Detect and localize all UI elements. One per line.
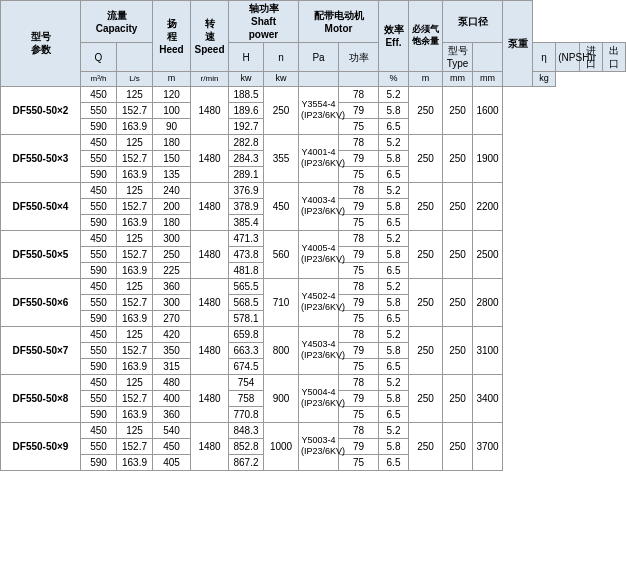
q2-cell: 152.7 [117, 342, 153, 358]
header-row-3: m³/h L/s m r/min kw kw % m mm mm kg [1, 72, 626, 87]
q2-cell: 125 [117, 230, 153, 246]
npsh-cell: 5.2 [379, 422, 409, 438]
npsh-cell: 6.5 [379, 214, 409, 230]
npsh-cell: 5.8 [379, 438, 409, 454]
q1-cell: 550 [81, 150, 117, 166]
q1-cell: 590 [81, 166, 117, 182]
power-unit: kw [264, 72, 299, 87]
q2-cell: 152.7 [117, 390, 153, 406]
h-cell: 200 [153, 198, 191, 214]
npsh-cell: 5.8 [379, 102, 409, 118]
q2-cell: 163.9 [117, 262, 153, 278]
n-cell: 1480 [191, 422, 229, 470]
pa-cell: 481.8 [229, 262, 264, 278]
kw-cell: 560 [264, 230, 299, 278]
npsh-cell: 6.5 [379, 310, 409, 326]
npsh-cell: 6.5 [379, 166, 409, 182]
q2-cell: 125 [117, 278, 153, 294]
q2-cell: 152.7 [117, 438, 153, 454]
h-cell: 100 [153, 102, 191, 118]
q2-cell: 125 [117, 134, 153, 150]
pa-cell: 473.8 [229, 246, 264, 262]
npsh-cell: 5.8 [379, 150, 409, 166]
npsh-cell: 6.5 [379, 358, 409, 374]
npsh-cell: 6.5 [379, 406, 409, 422]
motor-cell: Y4005-4 (IP23/6KV) [299, 230, 339, 278]
h-cell: 540 [153, 422, 191, 438]
model-cell: DF550-50×8 [1, 374, 81, 422]
model-cell: DF550-50×9 [1, 422, 81, 470]
power-header: 功率 [339, 43, 379, 72]
q1-cell: 450 [81, 86, 117, 102]
pa-header: Pa [299, 43, 339, 72]
weight-cell: 2800 [473, 278, 503, 326]
h-cell: 300 [153, 230, 191, 246]
motor-label: 配带电动机Motor [314, 10, 364, 34]
pa-cell: 770.8 [229, 406, 264, 422]
speed-header: 转速Speed [191, 1, 229, 72]
q2-cell: 152.7 [117, 198, 153, 214]
motor-header: 配带电动机Motor [299, 1, 379, 43]
outlet-cell: 250 [443, 278, 473, 326]
h-cell: 480 [153, 374, 191, 390]
npsh-label: 必须气饱余量 [412, 24, 439, 46]
header-row-2: Q H n Pa 功率 型号Type η (NPSH)r 进口 出口 [1, 43, 626, 72]
outlet-cell: 250 [443, 182, 473, 230]
weight-cell: 3400 [473, 374, 503, 422]
q2-cell: 125 [117, 422, 153, 438]
q1-cell: 450 [81, 134, 117, 150]
pa-cell: 188.5 [229, 86, 264, 102]
q1-cell: 450 [81, 230, 117, 246]
npshr-header: (NPSH)r [556, 43, 579, 72]
kw-cell: 250 [264, 86, 299, 134]
outlet-cell: 250 [443, 134, 473, 182]
pa-cell: 471.3 [229, 230, 264, 246]
model-cell: DF550-50×6 [1, 278, 81, 326]
h-cell: 270 [153, 310, 191, 326]
outlet-header: 出口 [602, 43, 625, 72]
q-unit: m³/h [81, 72, 117, 87]
pa-cell: 289.1 [229, 166, 264, 182]
n-header: n [264, 43, 299, 72]
pa-cell: 867.2 [229, 454, 264, 470]
pa-cell: 282.8 [229, 134, 264, 150]
model-cell: DF550-50×3 [1, 134, 81, 182]
motor-type-header: 型号Type [443, 43, 473, 72]
model-cell: DF550-50×4 [1, 182, 81, 230]
model-cell: DF550-50×7 [1, 326, 81, 374]
pa-cell: 659.8 [229, 326, 264, 342]
eta-cell: 75 [339, 118, 379, 134]
eta-cell: 78 [339, 278, 379, 294]
eta-cell: 75 [339, 358, 379, 374]
q2-cell: 125 [117, 86, 153, 102]
header-row-1: 型号 参数 流量 Capacity 扬程Heed 转速Speed 轴功率Shaf… [1, 1, 626, 43]
q2-cell: 163.9 [117, 454, 153, 470]
npsh-cell: 5.8 [379, 390, 409, 406]
q2-cell: 125 [117, 326, 153, 342]
weight-cell: 2200 [473, 182, 503, 230]
kw-cell: 900 [264, 374, 299, 422]
npsh-cell: 5.2 [379, 230, 409, 246]
npsh-cell: 5.2 [379, 374, 409, 390]
table-row: DF550-50×74501254201480659.8800Y4503-4 (… [1, 326, 626, 342]
q2-cell: 152.7 [117, 246, 153, 262]
inlet-cell: 250 [409, 230, 443, 278]
pa-cell: 378.9 [229, 198, 264, 214]
pa-cell: 674.5 [229, 358, 264, 374]
h-cell: 360 [153, 406, 191, 422]
q2-cell: 152.7 [117, 150, 153, 166]
n-cell: 1480 [191, 374, 229, 422]
npsh-cell: 5.8 [379, 342, 409, 358]
q1-cell: 450 [81, 278, 117, 294]
npsh-cell: 6.5 [379, 454, 409, 470]
motor-cell: Y4502-4 (IP23/6KV) [299, 278, 339, 326]
kw-header [473, 43, 503, 72]
eta-cell: 75 [339, 406, 379, 422]
h-cell: 360 [153, 278, 191, 294]
n-cell: 1480 [191, 326, 229, 374]
model-cell: DF550-50×2 [1, 86, 81, 134]
eff-label: 效率Eff. [384, 24, 404, 48]
inlet-cell: 250 [409, 182, 443, 230]
h-cell: 400 [153, 390, 191, 406]
h-cell: 315 [153, 358, 191, 374]
